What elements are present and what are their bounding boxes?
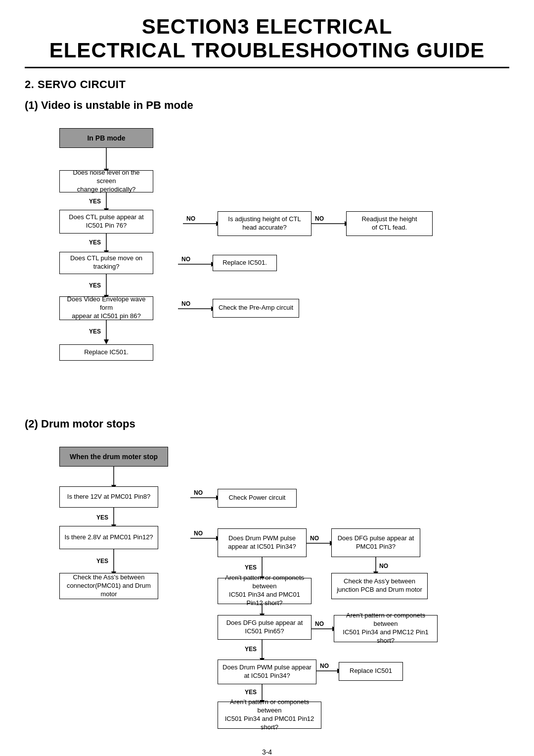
svg-marker-24 (104, 339, 109, 344)
flowchart-1: YES NO NO YES NO YES NO (25, 121, 509, 403)
svg-text:NO: NO (181, 300, 190, 307)
fc2-box7: Aren't pattern or componets betweenIC501… (218, 578, 312, 604)
svg-text:YES: YES (89, 239, 101, 246)
fc2-box6: Check the Ass's betweenconnector(PMC01) … (59, 573, 158, 599)
svg-text:YES: YES (245, 564, 257, 571)
page-title: SECTION3 ELECTRICAL ELECTRICAL TROUBLESH… (25, 15, 509, 63)
fc2-box13: Aren't pattern or componets betweenIC501… (218, 702, 321, 729)
fc1-box1: Does noise level on the screenchange per… (59, 170, 153, 192)
fc1-box9: Replace IC501. (59, 344, 153, 361)
svg-text:NO: NO (194, 530, 203, 537)
svg-text:YES: YES (89, 282, 101, 289)
fc1-start-box: In PB mode (59, 128, 153, 148)
fc2-box5: Does DFG pulse appear atPMC01 Pin3? (331, 528, 420, 557)
fc1-box8: Check the Pre-Amp circuit (213, 299, 299, 318)
svg-text:NO: NO (310, 535, 319, 542)
page: SECTION3 ELECTRICAL ELECTRICAL TROUBLESH… (0, 0, 534, 756)
fc1-box5: Does CTL pulse move on tracking? (59, 252, 153, 274)
svg-text:YES: YES (89, 198, 101, 205)
fc2-start-box: When the drum moter stop (59, 447, 168, 467)
fc1-box2: Does CTL pulse appear atIC501 Pin 76? (59, 210, 153, 234)
svg-text:NO: NO (181, 256, 190, 263)
fc2-box2: Check Power circuit (218, 489, 297, 508)
fc2-box1: Is there 12V at PMC01 Pin8? (59, 486, 158, 508)
fc2-box10: Aren't pattern or componets betweenIC501… (334, 615, 438, 642)
svg-text:YES: YES (96, 514, 108, 521)
svg-text:YES: YES (89, 328, 101, 335)
fc1-box7: Does Video Envelope wave formappear at I… (59, 296, 153, 320)
fc1-box6: Replace IC501. (213, 255, 277, 271)
fc2-box4: Does Drum PWM pulseappear at IC501 Pin34… (218, 528, 307, 557)
fc2-box3: Is there 2.8V at PMC01 Pin12? (59, 526, 158, 549)
svg-text:NO: NO (320, 662, 329, 669)
fc1-box4: Readjust the heightof CTL fead. (346, 211, 433, 236)
page-number: 3-4 (262, 748, 272, 756)
subsection1-heading: (1) Video is unstable in PB mode (25, 99, 509, 112)
title-divider (25, 67, 509, 68)
svg-text:YES: YES (96, 558, 108, 565)
fc2-box12: Replace IC501 (339, 662, 403, 681)
svg-text:NO: NO (379, 563, 388, 569)
fc1-box3: Is adjusting height of CTLhead accurate? (218, 211, 312, 236)
flowchart-2: NO YES NO NO YES YES NO (25, 439, 509, 746)
fc2-box11: Does Drum PWM pulse appearat IC501 Pin34… (218, 660, 316, 684)
subsection2-heading: (2) Drum motor stops (25, 418, 509, 430)
section-heading: 2. SERVO CIRCUIT (25, 78, 509, 91)
svg-text:NO: NO (315, 620, 324, 627)
svg-text:NO: NO (186, 215, 195, 222)
svg-text:YES: YES (245, 689, 257, 696)
svg-text:NO: NO (194, 489, 203, 496)
svg-text:NO: NO (315, 215, 324, 222)
fc2-box8: Check the Ass'y betweenjunction PCB and … (331, 573, 428, 599)
svg-text:YES: YES (245, 646, 257, 653)
fc2-box9: Does DFG pulse appear atIC501 Pin65? (218, 615, 312, 640)
